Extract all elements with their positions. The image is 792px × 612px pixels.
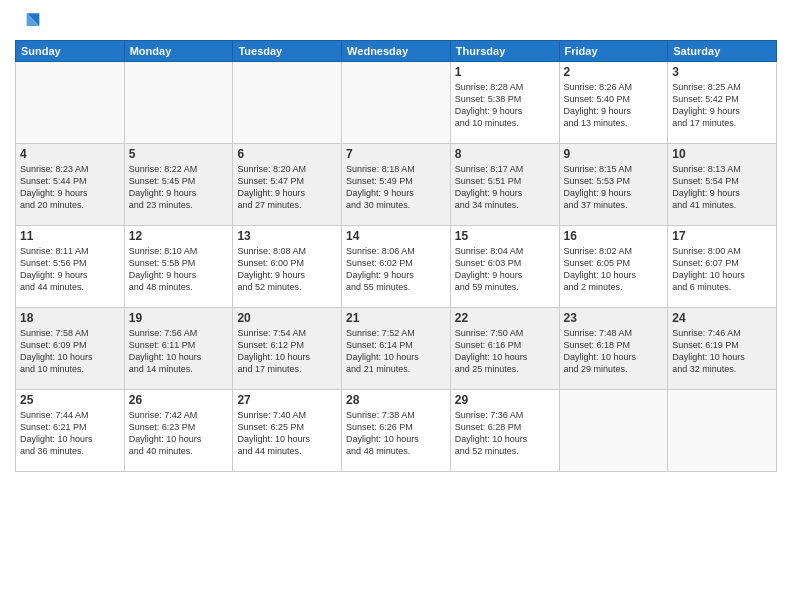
day-number: 25 [20,393,120,407]
header [15,10,777,34]
calendar-cell: 21Sunrise: 7:52 AM Sunset: 6:14 PM Dayli… [342,308,451,390]
day-info: Sunrise: 8:11 AM Sunset: 5:56 PM Dayligh… [20,245,120,294]
day-info: Sunrise: 8:28 AM Sunset: 5:38 PM Dayligh… [455,81,555,130]
weekday-header: Thursday [450,41,559,62]
day-number: 26 [129,393,229,407]
day-number: 1 [455,65,555,79]
day-info: Sunrise: 7:48 AM Sunset: 6:18 PM Dayligh… [564,327,664,376]
weekday-header: Saturday [668,41,777,62]
calendar-cell: 13Sunrise: 8:08 AM Sunset: 6:00 PM Dayli… [233,226,342,308]
day-info: Sunrise: 7:56 AM Sunset: 6:11 PM Dayligh… [129,327,229,376]
day-info: Sunrise: 7:50 AM Sunset: 6:16 PM Dayligh… [455,327,555,376]
day-number: 15 [455,229,555,243]
calendar-cell [233,62,342,144]
calendar-cell: 12Sunrise: 8:10 AM Sunset: 5:58 PM Dayli… [124,226,233,308]
day-info: Sunrise: 8:06 AM Sunset: 6:02 PM Dayligh… [346,245,446,294]
day-number: 23 [564,311,664,325]
day-info: Sunrise: 8:10 AM Sunset: 5:58 PM Dayligh… [129,245,229,294]
calendar-cell [668,390,777,472]
day-info: Sunrise: 8:25 AM Sunset: 5:42 PM Dayligh… [672,81,772,130]
day-number: 13 [237,229,337,243]
day-info: Sunrise: 8:18 AM Sunset: 5:49 PM Dayligh… [346,163,446,212]
day-number: 4 [20,147,120,161]
calendar-cell: 17Sunrise: 8:00 AM Sunset: 6:07 PM Dayli… [668,226,777,308]
calendar-cell [124,62,233,144]
weekday-header: Tuesday [233,41,342,62]
calendar-cell: 25Sunrise: 7:44 AM Sunset: 6:21 PM Dayli… [16,390,125,472]
weekday-header: Monday [124,41,233,62]
day-info: Sunrise: 7:36 AM Sunset: 6:28 PM Dayligh… [455,409,555,458]
day-number: 14 [346,229,446,243]
day-info: Sunrise: 8:04 AM Sunset: 6:03 PM Dayligh… [455,245,555,294]
day-info: Sunrise: 7:52 AM Sunset: 6:14 PM Dayligh… [346,327,446,376]
calendar-cell: 24Sunrise: 7:46 AM Sunset: 6:19 PM Dayli… [668,308,777,390]
day-info: Sunrise: 7:46 AM Sunset: 6:19 PM Dayligh… [672,327,772,376]
calendar-cell: 23Sunrise: 7:48 AM Sunset: 6:18 PM Dayli… [559,308,668,390]
day-info: Sunrise: 7:44 AM Sunset: 6:21 PM Dayligh… [20,409,120,458]
day-info: Sunrise: 8:02 AM Sunset: 6:05 PM Dayligh… [564,245,664,294]
day-info: Sunrise: 8:00 AM Sunset: 6:07 PM Dayligh… [672,245,772,294]
day-number: 24 [672,311,772,325]
calendar-cell: 19Sunrise: 7:56 AM Sunset: 6:11 PM Dayli… [124,308,233,390]
calendar: SundayMondayTuesdayWednesdayThursdayFrid… [15,40,777,472]
day-number: 16 [564,229,664,243]
day-number: 19 [129,311,229,325]
calendar-cell: 20Sunrise: 7:54 AM Sunset: 6:12 PM Dayli… [233,308,342,390]
calendar-week-row: 11Sunrise: 8:11 AM Sunset: 5:56 PM Dayli… [16,226,777,308]
day-info: Sunrise: 8:13 AM Sunset: 5:54 PM Dayligh… [672,163,772,212]
calendar-cell: 3Sunrise: 8:25 AM Sunset: 5:42 PM Daylig… [668,62,777,144]
calendar-week-row: 4Sunrise: 8:23 AM Sunset: 5:44 PM Daylig… [16,144,777,226]
calendar-cell: 14Sunrise: 8:06 AM Sunset: 6:02 PM Dayli… [342,226,451,308]
day-number: 28 [346,393,446,407]
day-info: Sunrise: 8:23 AM Sunset: 5:44 PM Dayligh… [20,163,120,212]
day-info: Sunrise: 8:17 AM Sunset: 5:51 PM Dayligh… [455,163,555,212]
calendar-cell: 6Sunrise: 8:20 AM Sunset: 5:47 PM Daylig… [233,144,342,226]
calendar-cell: 2Sunrise: 8:26 AM Sunset: 5:40 PM Daylig… [559,62,668,144]
calendar-cell: 16Sunrise: 8:02 AM Sunset: 6:05 PM Dayli… [559,226,668,308]
day-info: Sunrise: 8:20 AM Sunset: 5:47 PM Dayligh… [237,163,337,212]
day-number: 12 [129,229,229,243]
page: SundayMondayTuesdayWednesdayThursdayFrid… [0,0,792,612]
day-info: Sunrise: 7:54 AM Sunset: 6:12 PM Dayligh… [237,327,337,376]
day-info: Sunrise: 8:26 AM Sunset: 5:40 PM Dayligh… [564,81,664,130]
day-number: 2 [564,65,664,79]
calendar-cell: 28Sunrise: 7:38 AM Sunset: 6:26 PM Dayli… [342,390,451,472]
weekday-header: Wednesday [342,41,451,62]
calendar-cell: 27Sunrise: 7:40 AM Sunset: 6:25 PM Dayli… [233,390,342,472]
day-number: 17 [672,229,772,243]
day-info: Sunrise: 7:40 AM Sunset: 6:25 PM Dayligh… [237,409,337,458]
calendar-cell: 5Sunrise: 8:22 AM Sunset: 5:45 PM Daylig… [124,144,233,226]
day-number: 6 [237,147,337,161]
calendar-week-row: 18Sunrise: 7:58 AM Sunset: 6:09 PM Dayli… [16,308,777,390]
calendar-cell: 8Sunrise: 8:17 AM Sunset: 5:51 PM Daylig… [450,144,559,226]
day-info: Sunrise: 8:22 AM Sunset: 5:45 PM Dayligh… [129,163,229,212]
day-number: 20 [237,311,337,325]
calendar-week-row: 1Sunrise: 8:28 AM Sunset: 5:38 PM Daylig… [16,62,777,144]
calendar-cell: 18Sunrise: 7:58 AM Sunset: 6:09 PM Dayli… [16,308,125,390]
weekday-header: Friday [559,41,668,62]
day-number: 18 [20,311,120,325]
calendar-cell [559,390,668,472]
calendar-cell: 15Sunrise: 8:04 AM Sunset: 6:03 PM Dayli… [450,226,559,308]
logo-icon [17,10,41,34]
calendar-cell: 4Sunrise: 8:23 AM Sunset: 5:44 PM Daylig… [16,144,125,226]
day-number: 22 [455,311,555,325]
calendar-cell: 1Sunrise: 8:28 AM Sunset: 5:38 PM Daylig… [450,62,559,144]
calendar-cell: 10Sunrise: 8:13 AM Sunset: 5:54 PM Dayli… [668,144,777,226]
calendar-cell: 9Sunrise: 8:15 AM Sunset: 5:53 PM Daylig… [559,144,668,226]
day-info: Sunrise: 8:15 AM Sunset: 5:53 PM Dayligh… [564,163,664,212]
day-number: 27 [237,393,337,407]
day-number: 5 [129,147,229,161]
calendar-cell [16,62,125,144]
day-number: 29 [455,393,555,407]
calendar-cell: 11Sunrise: 8:11 AM Sunset: 5:56 PM Dayli… [16,226,125,308]
weekday-header: Sunday [16,41,125,62]
calendar-cell: 7Sunrise: 8:18 AM Sunset: 5:49 PM Daylig… [342,144,451,226]
day-number: 3 [672,65,772,79]
weekday-header-row: SundayMondayTuesdayWednesdayThursdayFrid… [16,41,777,62]
calendar-cell: 29Sunrise: 7:36 AM Sunset: 6:28 PM Dayli… [450,390,559,472]
day-number: 8 [455,147,555,161]
day-number: 21 [346,311,446,325]
day-info: Sunrise: 8:08 AM Sunset: 6:00 PM Dayligh… [237,245,337,294]
day-info: Sunrise: 7:42 AM Sunset: 6:23 PM Dayligh… [129,409,229,458]
